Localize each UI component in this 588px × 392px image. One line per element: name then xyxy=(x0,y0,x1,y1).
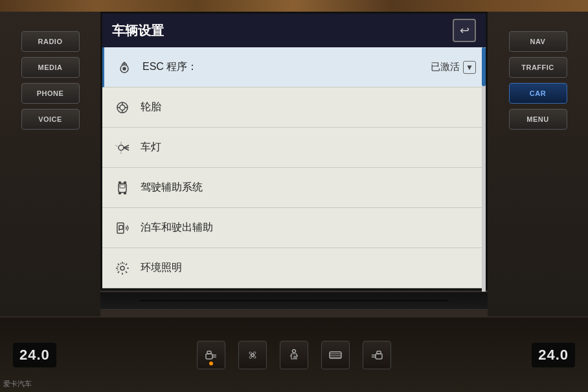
menu-button[interactable]: MENU xyxy=(509,109,567,130)
svg-rect-17 xyxy=(120,185,125,188)
lights-label: 车灯 xyxy=(141,141,476,154)
tire-label: 轮胎 xyxy=(141,100,476,114)
lights-icon xyxy=(112,137,133,158)
screen-title: 车辆设置 xyxy=(112,22,164,40)
voice-button[interactable]: VOICE xyxy=(21,109,80,130)
fan-left-button[interactable] xyxy=(238,341,267,369)
ambient-label: 环境照明 xyxy=(141,261,476,275)
nav-button[interactable]: NAV xyxy=(509,31,567,52)
phone-button[interactable]: PHONE xyxy=(21,83,80,104)
esc-dropdown[interactable]: ▼ xyxy=(463,61,476,74)
esc-label: ESC 程序： xyxy=(142,60,431,74)
tire-icon xyxy=(112,97,133,118)
svg-point-39 xyxy=(293,349,296,352)
esc-value: 已激活 xyxy=(431,61,460,73)
dropdown-arrow-icon: ▼ xyxy=(466,63,473,72)
climate-controls xyxy=(56,341,532,369)
esc-icon xyxy=(114,57,135,78)
watermark: 爱卡汽车 xyxy=(3,379,32,389)
temp-left-display: 24.0 xyxy=(13,343,56,367)
rear-defrost-button[interactable] xyxy=(321,341,350,369)
svg-point-23 xyxy=(120,266,124,270)
media-button[interactable]: MEDIA xyxy=(21,57,80,78)
climate-strip: 24.0 xyxy=(0,317,588,392)
parking-icon xyxy=(112,218,133,238)
seat-heat-right-button[interactable] xyxy=(363,341,391,369)
svg-point-19 xyxy=(124,192,126,194)
svg-point-21 xyxy=(124,181,126,183)
driver-assist-label: 驾驶辅助系统 xyxy=(141,181,476,194)
back-arrow-icon: ↩ xyxy=(460,23,469,38)
left-control-panel: RADIO MEDIA PHONE VOICE ⏻ xyxy=(0,12,100,316)
main-screen: 车辆设置 ↩ ESC 程序 xyxy=(102,14,486,288)
menu-item-ambient[interactable]: 环境照明 xyxy=(102,248,486,288)
menu-item-driver-assist[interactable]: 驾驶辅助系统 xyxy=(102,168,486,208)
svg-rect-44 xyxy=(376,354,382,359)
wood-trim-top xyxy=(0,0,588,12)
scrollbar-thumb xyxy=(482,47,486,86)
svg-line-31 xyxy=(118,271,119,272)
svg-point-4 xyxy=(120,105,125,110)
menu-item-tire[interactable]: 轮胎 xyxy=(102,87,486,128)
svg-point-18 xyxy=(119,192,121,194)
traffic-button[interactable]: TRAFFIC xyxy=(509,57,567,78)
screen-header: 车辆设置 ↩ xyxy=(102,14,486,47)
svg-point-9 xyxy=(119,145,124,150)
svg-rect-45 xyxy=(377,351,381,354)
svg-point-2 xyxy=(123,67,126,70)
svg-line-35 xyxy=(117,270,119,270)
climate-right: 24.0 xyxy=(532,343,575,367)
svg-rect-37 xyxy=(207,351,211,354)
svg-line-15 xyxy=(115,145,117,146)
driver-assist-icon xyxy=(112,178,133,198)
seat-heat-left-button[interactable] xyxy=(197,341,225,369)
car-button[interactable]: CAR xyxy=(509,83,567,104)
menu-list: ESC 程序： 已激活 ▼ xyxy=(102,47,486,288)
svg-line-32 xyxy=(120,262,121,264)
child-seat-button[interactable] xyxy=(280,341,308,369)
cd-slot xyxy=(100,292,488,310)
dashboard: RADIO MEDIA PHONE VOICE ⏻ NAV TRAFFIC CA… xyxy=(0,0,588,392)
screen-container: 车辆设置 ↩ ESC 程序 xyxy=(100,12,488,290)
screen-scrollbar[interactable] xyxy=(482,47,486,292)
temp-right-display: 24.0 xyxy=(532,343,575,367)
svg-line-30 xyxy=(126,263,127,264)
svg-line-28 xyxy=(118,263,119,264)
ambient-icon xyxy=(112,258,133,279)
menu-item-esc[interactable]: ESC 程序： 已激活 ▼ xyxy=(102,47,486,87)
cd-slot-line xyxy=(139,300,449,301)
parking-label: 泊车和驶出辅助 xyxy=(141,221,476,235)
right-control-panel: NAV TRAFFIC CAR MENU xyxy=(488,12,588,316)
climate-left: 24.0 xyxy=(13,343,56,367)
svg-line-29 xyxy=(126,271,127,272)
svg-point-20 xyxy=(119,181,121,183)
menu-item-lights[interactable]: 车灯 xyxy=(102,128,486,168)
svg-rect-36 xyxy=(206,354,212,359)
menu-item-parking[interactable]: 泊车和驶出辅助 xyxy=(102,208,486,248)
radio-button[interactable]: RADIO xyxy=(21,31,80,52)
back-button[interactable]: ↩ xyxy=(453,19,476,42)
svg-line-33 xyxy=(124,262,124,264)
indicator-dot xyxy=(209,362,213,365)
svg-line-34 xyxy=(117,266,119,267)
